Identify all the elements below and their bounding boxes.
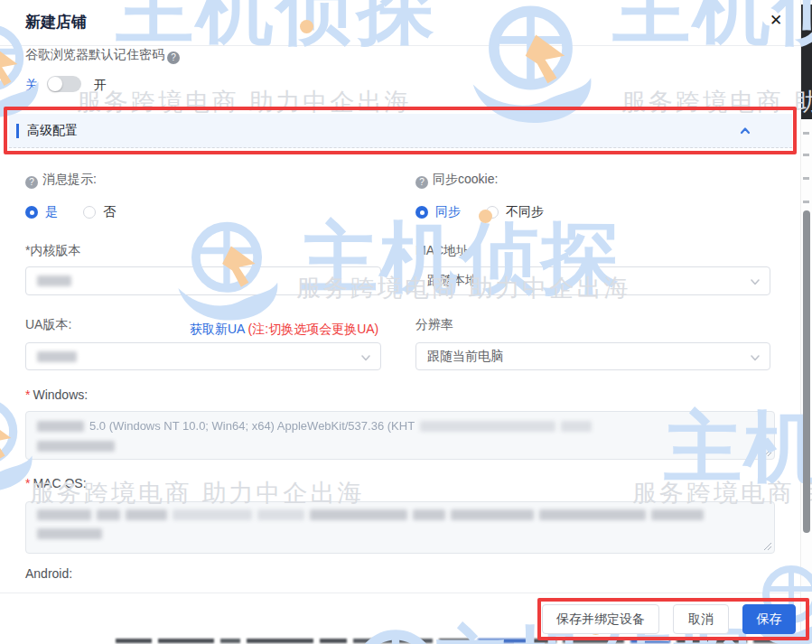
chevron-up-icon[interactable] (739, 125, 751, 137)
windows-label: *Windows: (25, 387, 88, 402)
radio-sync-label[interactable]: 同步 (435, 204, 461, 220)
redacted-content (353, 639, 433, 643)
resize-grip-icon[interactable] (763, 542, 772, 551)
password-toggle-switch[interactable] (47, 76, 81, 92)
resize-grip-icon[interactable] (763, 448, 772, 457)
windows-ua-textarea[interactable]: 5.0 (Windows NT 10.0; Win64; x64) AppleW… (25, 411, 775, 460)
redacted-text-blob (37, 528, 102, 539)
mac-address-label: MAC地址: (415, 243, 472, 259)
accent-bar (16, 124, 19, 138)
mac-address-select[interactable]: 跟随本地 (415, 266, 770, 295)
ua-version-label: UA版本: (25, 317, 71, 333)
chevron-down-icon (360, 353, 371, 362)
redacted-text-blob (451, 509, 534, 520)
sync-cookie-radio-group: 同步 不同步 (415, 204, 569, 220)
redacted-text-blob (561, 421, 592, 432)
redacted-content (630, 639, 670, 643)
password-remember-label: 谷歌浏览器默认记住密码? (25, 47, 180, 64)
redacted-content (116, 639, 152, 643)
redacted-text-blob (173, 509, 252, 520)
sync-cookie-label: ?同步cookie: (415, 172, 498, 189)
redacted-text-blob (539, 509, 646, 520)
close-icon[interactable]: ✕ (766, 11, 786, 31)
radio-no[interactable] (83, 206, 96, 219)
redacted-content (247, 639, 313, 643)
background-page-strip (116, 638, 812, 644)
chevron-down-icon (750, 277, 761, 286)
help-icon[interactable]: ? (167, 51, 180, 64)
advanced-config-header[interactable]: 高级配置 (9, 114, 792, 148)
redacted-content (563, 639, 624, 643)
redacted-text-blob (310, 509, 407, 520)
redacted-text-blob (37, 421, 84, 432)
redacted-text-blob (420, 421, 555, 432)
get-new-ua-link[interactable]: 获取新UA (190, 322, 245, 336)
background-text-fleck (803, 177, 809, 180)
ua-version-select[interactable] (25, 342, 381, 370)
header-divider (0, 45, 800, 46)
background-text-fleck (803, 132, 809, 135)
toggle-knob (48, 77, 62, 91)
mac-os-label: *MAC OS: (25, 476, 87, 490)
footer-divider (0, 593, 800, 593)
radio-nosync-label[interactable]: 不同步 (506, 204, 544, 220)
redacted-content (320, 639, 347, 643)
redacted-text-blob (413, 509, 445, 520)
redacted-text-blob (37, 441, 115, 452)
redacted-content (753, 639, 784, 643)
radio-nosync[interactable] (486, 206, 499, 219)
advanced-config-title: 高级配置 (27, 123, 78, 139)
redacted-content (220, 639, 240, 643)
windows-ua-fragment: 5.0 (Windows NT 10.0; Win64; x64) AppleW… (89, 419, 415, 433)
scrollbar-thumb[interactable] (803, 210, 810, 533)
redacted-text-blob (126, 509, 167, 520)
toggle-on-label: 开 (94, 78, 107, 92)
cancel-button[interactable]: 取消 (673, 604, 729, 634)
dialog-title: 新建店铺 (25, 12, 87, 33)
help-icon[interactable]: ? (415, 176, 428, 189)
resolution-label: 分辨率 (415, 317, 453, 333)
save-and-bind-device-button[interactable]: 保存并绑定设备 (542, 604, 659, 634)
mac-os-ua-textarea[interactable] (25, 501, 775, 554)
message-tip-radio-group: 是 否 (25, 204, 141, 220)
redacted-content (439, 639, 471, 643)
ua-links: 获取新UA (注:切换选项会更换UA) (190, 322, 378, 338)
redacted-content (677, 639, 747, 643)
redacted-text-blob (257, 509, 304, 520)
new-shop-dialog: 新建店铺 ✕ 谷歌浏览器默认记住密码? 关开 高级配置 ?消息提示: 是 否 ?… (0, 0, 812, 644)
save-button[interactable]: 保存 (742, 604, 796, 634)
redacted-text-blob (37, 509, 91, 520)
redacted-text-blob (97, 509, 120, 520)
kernel-version-label: *内核版本 (25, 243, 80, 259)
redacted-text-blob (651, 509, 704, 520)
password-toggle-row: 关开 (25, 76, 107, 94)
screen: 新建店铺 ✕ 谷歌浏览器默认记住密码? 关开 高级配置 ?消息提示: 是 否 ?… (0, 0, 812, 644)
redacted-text-blob (37, 351, 77, 362)
kernel-version-input[interactable] (25, 266, 381, 295)
redacted-text-blob (37, 275, 71, 286)
radio-yes-label[interactable]: 是 (45, 204, 58, 220)
redacted-content (158, 639, 214, 643)
redacted-content (533, 639, 556, 643)
ua-note: (注:切换选项会更换UA) (248, 322, 379, 336)
radio-sync[interactable] (415, 206, 428, 219)
toggle-off-label: 关 (25, 78, 38, 92)
message-tip-label: ?消息提示: (25, 172, 97, 189)
background-text-fleck (803, 201, 809, 203)
radio-no-label[interactable]: 否 (103, 204, 116, 220)
chevron-down-icon (750, 353, 761, 362)
radio-yes[interactable] (25, 206, 38, 219)
background-dark-panel (801, 5, 812, 119)
help-icon[interactable]: ? (25, 176, 38, 189)
background-text-fleck (803, 154, 809, 156)
resolution-select[interactable]: 跟随当前电脑 (415, 342, 770, 370)
redacted-content (478, 639, 527, 643)
android-label: Android: (25, 566, 72, 581)
